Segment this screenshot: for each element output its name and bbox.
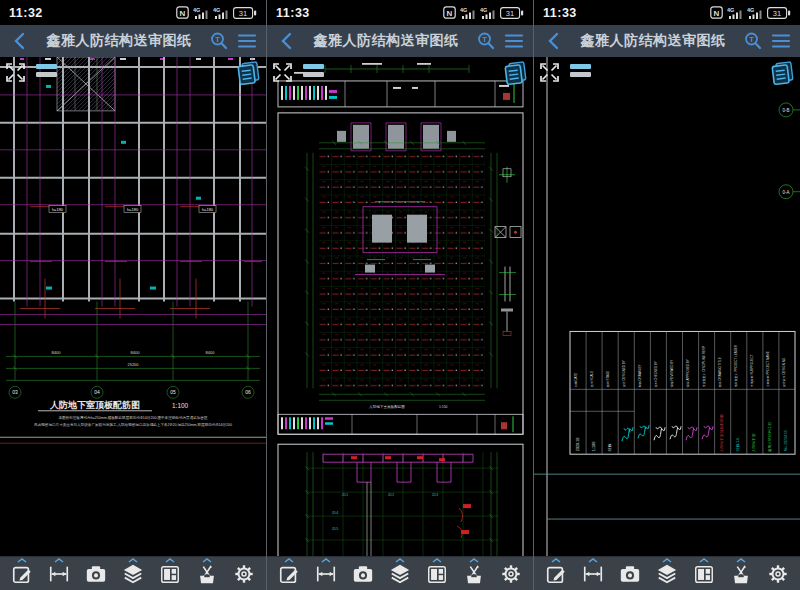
tool-layout[interactable]: [689, 557, 719, 590]
page-title: 鑫雅人防结构送审图纸: [302, 32, 470, 50]
svg-text:图名 DRAWING TITLE: 图名 DRAWING TITLE: [718, 357, 722, 387]
tool-layout[interactable]: [155, 557, 185, 590]
signal-icon-sim1: 4G: [460, 7, 476, 19]
svg-text:8400: 8400: [52, 350, 62, 355]
svg-text:1:100: 1:100: [591, 442, 595, 451]
status-bar: 11:33 N 4G 4G 31: [267, 0, 533, 25]
tool-settings[interactable]: [763, 557, 793, 590]
page-title: 鑫雅人防结构送审图纸: [569, 32, 737, 50]
tool-measure[interactable]: [44, 557, 74, 590]
phone-screen-2: 11:33 N 4G 4G 31 鑫雅人防结构送审图纸 T: [266, 0, 533, 590]
svg-text:T: T: [482, 35, 487, 44]
menu-button[interactable]: [235, 29, 259, 53]
tool-layers[interactable]: [385, 557, 415, 590]
tool-layers[interactable]: [118, 557, 148, 590]
tool-camera[interactable]: [81, 557, 111, 590]
nav-bar: 鑫雅人防结构送审图纸 T: [0, 25, 266, 57]
signal-icon-sim2: 4G: [480, 7, 496, 19]
cad-canvas-3[interactable]: 0-B 0-A 日期 DATE 比例 SCALE 图别 STA: [534, 57, 800, 556]
svg-text:结施: 结施: [606, 443, 611, 452]
svg-text:05: 05: [170, 389, 176, 395]
layer-visibility-toggle[interactable]: [35, 62, 59, 79]
tool-edit[interactable]: [274, 557, 304, 590]
tool-edit[interactable]: [7, 557, 37, 590]
hamburger-menu-icon: [237, 33, 257, 49]
layer-visibility-toggle[interactable]: [569, 62, 593, 79]
sheet-list-button[interactable]: [769, 60, 795, 86]
beam-tag: h=180: [49, 206, 66, 213]
drawing-scale: 1:100: [172, 402, 189, 409]
cad-drawing-sheet-overview[interactable]: 人防地下室底板配筋图 1:150: [267, 57, 533, 556]
layer-visibility-toggle[interactable]: [302, 62, 326, 79]
expand-arrows-icon: [5, 62, 26, 83]
sheet-caption-scale: 1:150: [439, 405, 448, 409]
phone-screen-3: 11:33 N 4G 4G 31 鑫雅人防结构送审图纸 T: [533, 0, 800, 590]
svg-text:4G: 4G: [727, 7, 734, 13]
tool-edit[interactable]: [541, 557, 571, 590]
sheet-list-button[interactable]: [502, 60, 528, 86]
svg-text:h=180: h=180: [52, 207, 64, 212]
layout-icon: [426, 563, 448, 585]
phone-screen-1: 11:32 N 4G 4G 31 鑫雅人防结构送审图纸 T: [0, 0, 266, 590]
fullscreen-button[interactable]: [272, 62, 293, 83]
layer-bars-icon: [569, 62, 593, 79]
fullscreen-button[interactable]: [5, 62, 26, 83]
svg-text:31: 31: [239, 9, 247, 18]
beam-tag: h=180: [124, 206, 141, 213]
svg-text:4G: 4G: [747, 7, 754, 13]
tool-layers[interactable]: [652, 557, 682, 590]
svg-text:03: 03: [12, 389, 18, 395]
detail-tags: JD1 JD2 JD3 JD4 JD5: [332, 493, 438, 531]
back-button[interactable]: [274, 29, 298, 53]
tool-markup[interactable]: [726, 557, 756, 590]
menu-button[interactable]: [769, 29, 793, 53]
tool-measure[interactable]: [578, 557, 608, 590]
svg-text:04: 04: [94, 389, 100, 395]
tool-layout[interactable]: [422, 557, 452, 590]
back-button[interactable]: [7, 29, 31, 53]
svg-text:工程名称 PROJECT NAME: 工程名称 PROJECT NAME: [766, 351, 770, 387]
back-chevron-icon: [280, 32, 292, 50]
svg-text:项目负责人 PROJECT LEADER: 项目负责人 PROJECT LEADER: [734, 344, 738, 387]
sheet-a: 人防地下室底板配筋图 1:150: [278, 113, 523, 434]
clock: 11:32: [9, 6, 43, 20]
tool-settings[interactable]: [229, 557, 259, 590]
search-text-button[interactable]: T: [474, 29, 498, 53]
cad-canvas-2[interactable]: 人防地下室底板配筋图 1:150: [267, 57, 533, 556]
markup-tools-icon: [463, 563, 485, 585]
dimension-text: 8400 8400 8400 25200: [52, 350, 216, 367]
search-text-button[interactable]: T: [207, 29, 231, 53]
measure-icon: [48, 563, 70, 585]
drawing-note: 本图所标注板厚均为h=250mm,楼板配筋双层双向均Φ14@200,图中未注明处…: [58, 415, 208, 420]
tool-measure[interactable]: [311, 557, 341, 590]
layout-icon: [159, 563, 181, 585]
svg-text:人防地下室: 人防地下室: [750, 433, 755, 452]
tool-camera[interactable]: [615, 557, 645, 590]
gear-icon: [233, 563, 255, 585]
tool-camera[interactable]: [348, 557, 378, 590]
menu-button[interactable]: [502, 29, 526, 53]
cad-canvas-1[interactable]: h=180 h=180 h=180: [0, 57, 266, 556]
svg-text:审核 REVIEWED BY: 审核 REVIEWED BY: [670, 360, 674, 388]
svg-text:4G: 4G: [193, 7, 200, 13]
tool-markup[interactable]: [459, 557, 489, 590]
camera-icon: [85, 563, 107, 585]
cad-drawing-titleblock[interactable]: 0-B 0-A 日期 DATE 比例 SCALE 图别 STA: [534, 57, 800, 556]
fullscreen-button[interactable]: [539, 62, 560, 83]
sheet-list-button[interactable]: [235, 60, 261, 86]
tool-markup[interactable]: [192, 557, 222, 590]
back-button[interactable]: [541, 29, 565, 53]
svg-text:T: T: [215, 35, 220, 44]
battery-icon: 31: [233, 7, 257, 19]
camera-icon: [619, 563, 641, 585]
expand-arrows-icon: [272, 62, 293, 83]
bottom-toolbar: [267, 556, 533, 590]
clock: 11:33: [276, 6, 310, 20]
status-bar: 11:32 N 4G 4G 31: [0, 0, 266, 25]
tool-settings[interactable]: [496, 557, 526, 590]
svg-text:JD3: JD3: [432, 493, 438, 497]
svg-text:子项名称 SUBPROJECT: 子项名称 SUBPROJECT: [750, 354, 754, 387]
svg-text:N: N: [180, 9, 186, 18]
search-text-button[interactable]: T: [741, 29, 765, 53]
cad-drawing-top-slab-plan[interactable]: h=180 h=180 h=180: [0, 57, 266, 556]
